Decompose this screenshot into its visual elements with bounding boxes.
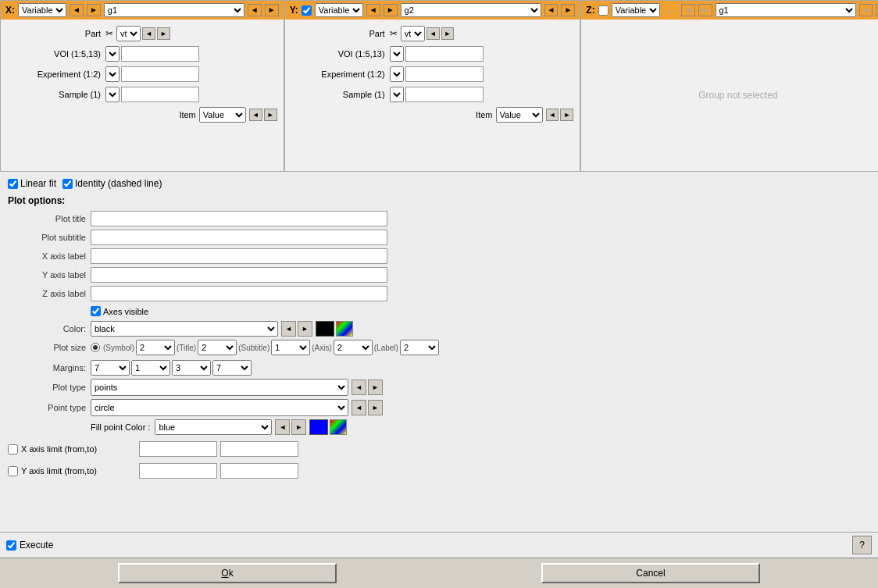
- x-item-nav-next[interactable]: ►: [264, 109, 277, 121]
- y-part-nav-prev[interactable]: ◄: [427, 27, 440, 40]
- x-nav-prev[interactable]: ◄: [70, 4, 84, 16]
- point-type-nav-next[interactable]: ►: [368, 400, 383, 415]
- title-size-select[interactable]: 213: [198, 340, 237, 355]
- x-nav-next[interactable]: ►: [87, 4, 101, 16]
- plot-subtitle-input[interactable]: [91, 230, 387, 245]
- axis-size-select[interactable]: 213: [334, 340, 373, 355]
- y-axis-label-input[interactable]: y: [91, 267, 387, 283]
- x-from-input[interactable]: 0.0: [139, 441, 217, 457]
- plot-type-nav-next[interactable]: ►: [368, 380, 383, 395]
- z-type-select[interactable]: Variable: [612, 3, 660, 17]
- color-nav-prev[interactable]: ◄: [281, 321, 296, 337]
- y-exp-input[interactable]: 1: [405, 66, 484, 82]
- plot-title-input[interactable]: Scatter: [91, 211, 387, 226]
- x-part-select[interactable]: vt: [116, 26, 141, 41]
- x-var-select[interactable]: g1: [104, 3, 244, 17]
- color-swatch[interactable]: [316, 321, 334, 337]
- ok-button[interactable]: Ok: [118, 563, 337, 583]
- identity-checkbox[interactable]: [62, 179, 73, 189]
- color-select[interactable]: black: [91, 321, 278, 337]
- plot-type-nav-prev[interactable]: ◄: [352, 380, 366, 395]
- x-item-nav-prev[interactable]: ◄: [249, 109, 262, 121]
- y-checkbox[interactable]: [302, 5, 312, 16]
- x-sample-input[interactable]: 1: [121, 87, 199, 102]
- x-exp-input[interactable]: 1: [121, 66, 199, 82]
- y-sample-label: Sample (1): [291, 90, 385, 99]
- x-var-nav-next[interactable]: ►: [265, 4, 279, 16]
- z-var-nav-prev[interactable]: ◄: [859, 4, 873, 16]
- fill-color-nav-next[interactable]: ►: [291, 419, 306, 435]
- point-type-nav-prev[interactable]: ◄: [352, 400, 366, 415]
- fill-color-grid-icon[interactable]: [330, 419, 347, 435]
- y-exp-arrow[interactable]: [390, 66, 404, 82]
- x-type-select[interactable]: Variable: [18, 3, 66, 17]
- margin-top-select[interactable]: 317: [172, 360, 211, 376]
- z-axis-label-label: Z axis label: [8, 289, 86, 298]
- color-grid-icon[interactable]: [336, 321, 353, 337]
- axes-visible-row: Axes visible: [91, 306, 870, 316]
- execute-label[interactable]: Execute: [6, 540, 53, 551]
- y-var-nav-prev[interactable]: ◄: [544, 4, 559, 16]
- margin-right-select[interactable]: 137: [131, 360, 170, 376]
- x-var-nav-prev[interactable]: ◄: [248, 4, 262, 16]
- linear-fit-label[interactable]: Linear fit: [8, 178, 56, 189]
- linear-fit-checkbox[interactable]: [8, 179, 18, 189]
- z-var-select[interactable]: g1: [716, 3, 856, 17]
- radio-icon: [91, 343, 100, 352]
- label-size-select[interactable]: 213: [400, 340, 439, 355]
- z-panel: Z: Variable — ◄ ► g1 ◄ ► Group not selec…: [580, 0, 878, 172]
- margin-bottom-select[interactable]: 713: [212, 360, 252, 376]
- x-part-nav-prev[interactable]: ◄: [142, 27, 155, 40]
- x-voi-input[interactable]: *: [121, 46, 199, 62]
- y-voi-arrow[interactable]: [390, 46, 404, 62]
- y-sample-arrow[interactable]: [390, 87, 404, 102]
- cancel-button[interactable]: Cancel: [541, 563, 760, 583]
- question-button[interactable]: ?: [852, 536, 872, 554]
- y-item-nav-prev[interactable]: ◄: [546, 109, 559, 121]
- y-item-nav-next[interactable]: ►: [560, 109, 573, 121]
- x-to-input[interactable]: 1.0: [220, 441, 298, 457]
- x-header-label: X:: [5, 5, 15, 16]
- symbol-sub: (Symbol): [103, 344, 134, 352]
- z-nav-prev[interactable]: ◄: [681, 4, 695, 16]
- point-type-select[interactable]: circle square triangle: [91, 399, 348, 416]
- x-sample-arrow[interactable]: [105, 87, 120, 102]
- y-voi-input[interactable]: *: [405, 46, 484, 62]
- subtitle-size-select[interactable]: 123: [271, 340, 310, 355]
- x-part-nav-next[interactable]: ►: [157, 27, 170, 40]
- y-axis-limit-checkbox[interactable]: [8, 466, 18, 476]
- y-type-select[interactable]: Variable: [315, 3, 363, 17]
- y-nav-next[interactable]: ►: [384, 4, 398, 16]
- y-nav-prev[interactable]: ◄: [366, 4, 380, 16]
- color-nav-next[interactable]: ►: [298, 321, 312, 337]
- axes-visible-label[interactable]: Axes visible: [91, 306, 148, 316]
- x-voi-arrow[interactable]: [105, 46, 120, 62]
- y-item-select[interactable]: Value: [496, 107, 543, 123]
- fill-color-select[interactable]: blue red green black: [155, 419, 272, 435]
- fill-color-nav-prev[interactable]: ◄: [275, 419, 290, 435]
- x-item-select[interactable]: Value: [199, 107, 246, 123]
- execute-checkbox[interactable]: [6, 540, 16, 551]
- axes-visible-checkbox[interactable]: [91, 306, 101, 316]
- y-sample-input[interactable]: 1: [405, 87, 484, 102]
- y-var-select[interactable]: g2: [401, 3, 541, 17]
- y-part-nav-next[interactable]: ►: [441, 27, 455, 40]
- x-exp-arrow[interactable]: [105, 66, 120, 82]
- fill-color-swatch[interactable]: [309, 419, 328, 435]
- z-axis-label-input[interactable]: [91, 286, 387, 301]
- y-axis-limit-label[interactable]: Y axis limit (from,to): [8, 466, 133, 476]
- y-to-input[interactable]: 1.0: [220, 463, 298, 479]
- plot-type-select[interactable]: points lines both: [91, 379, 348, 396]
- y-var-nav-next[interactable]: ►: [561, 4, 575, 16]
- title-sub: (Title): [177, 344, 196, 352]
- margin-left-select[interactable]: 713: [91, 360, 130, 376]
- x-axis-limit-label[interactable]: X axis limit (from,to): [8, 444, 133, 454]
- y-part-select[interactable]: vt: [401, 26, 425, 41]
- z-checkbox[interactable]: [598, 5, 609, 16]
- symbol-size-select[interactable]: 213: [136, 340, 175, 355]
- x-axis-label-input[interactable]: x: [91, 248, 387, 264]
- identity-label[interactable]: Identity (dashed line): [62, 178, 162, 189]
- y-from-input[interactable]: 0.0: [139, 463, 217, 479]
- z-nav-next[interactable]: ►: [698, 4, 712, 16]
- x-axis-limit-checkbox[interactable]: [8, 444, 18, 454]
